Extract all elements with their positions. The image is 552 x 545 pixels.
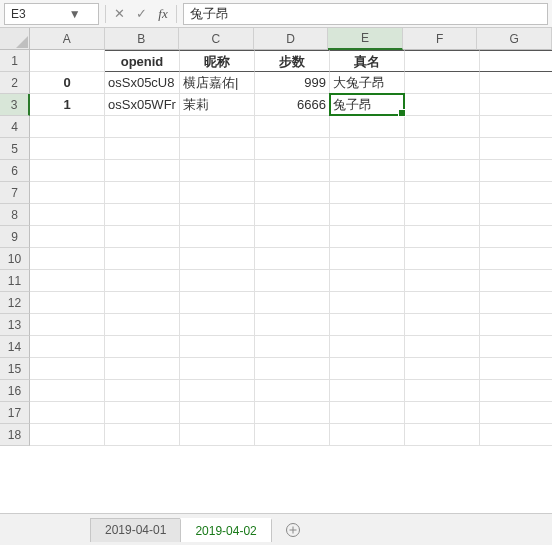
row-header[interactable]: 3 <box>0 94 30 116</box>
cell[interactable] <box>405 138 480 160</box>
cell[interactable]: 昵称 <box>180 50 255 72</box>
cell[interactable] <box>255 336 330 358</box>
cell[interactable] <box>30 270 105 292</box>
cell[interactable] <box>105 160 180 182</box>
col-header-F[interactable]: F <box>403 28 478 50</box>
cell[interactable] <box>330 138 405 160</box>
col-header-D[interactable]: D <box>254 28 329 50</box>
cell[interactable] <box>105 336 180 358</box>
row-header[interactable]: 13 <box>0 314 30 336</box>
cell[interactable]: openid <box>105 50 180 72</box>
cell[interactable]: 大兔子昂 <box>330 72 405 94</box>
row-header[interactable]: 6 <box>0 160 30 182</box>
cell[interactable] <box>405 50 480 72</box>
col-header-B[interactable]: B <box>105 28 180 50</box>
cell[interactable] <box>255 314 330 336</box>
cell[interactable] <box>255 248 330 270</box>
cell[interactable] <box>180 116 255 138</box>
cell[interactable]: 步数 <box>255 50 330 72</box>
cell[interactable] <box>30 50 105 72</box>
cell[interactable] <box>105 138 180 160</box>
cell[interactable] <box>180 424 255 446</box>
name-box[interactable]: E3 ▼ <box>4 3 99 25</box>
cell[interactable] <box>30 138 105 160</box>
cell[interactable]: 横店嘉佑| <box>180 72 255 94</box>
cell[interactable] <box>330 116 405 138</box>
cell[interactable] <box>480 424 552 446</box>
cell[interactable] <box>330 424 405 446</box>
cell[interactable] <box>105 226 180 248</box>
cell[interactable] <box>30 204 105 226</box>
cell[interactable] <box>255 270 330 292</box>
cell[interactable] <box>180 292 255 314</box>
cell[interactable] <box>30 182 105 204</box>
name-box-dropdown-icon[interactable]: ▼ <box>52 7 99 21</box>
cell[interactable] <box>255 116 330 138</box>
cell[interactable] <box>180 270 255 292</box>
cell[interactable] <box>405 94 480 116</box>
cell[interactable]: 999 <box>255 72 330 94</box>
cell[interactable] <box>180 138 255 160</box>
cell[interactable] <box>480 94 552 116</box>
row-header[interactable]: 2 <box>0 72 30 94</box>
row-header[interactable]: 9 <box>0 226 30 248</box>
cell[interactable] <box>405 314 480 336</box>
add-sheet-button[interactable] <box>279 518 307 542</box>
cell[interactable] <box>480 380 552 402</box>
cell[interactable] <box>30 160 105 182</box>
cell[interactable]: 6666 <box>255 94 330 116</box>
cell[interactable] <box>405 116 480 138</box>
cell[interactable] <box>255 182 330 204</box>
cell[interactable] <box>180 336 255 358</box>
cell[interactable] <box>105 116 180 138</box>
cell[interactable] <box>405 424 480 446</box>
cell[interactable] <box>480 226 552 248</box>
cell[interactable] <box>480 116 552 138</box>
cell[interactable] <box>255 138 330 160</box>
cell[interactable] <box>480 314 552 336</box>
cell[interactable] <box>480 270 552 292</box>
row-header[interactable]: 4 <box>0 116 30 138</box>
cell[interactable] <box>330 204 405 226</box>
cell[interactable] <box>480 336 552 358</box>
cell[interactable]: 真名 <box>330 50 405 72</box>
row-header[interactable]: 15 <box>0 358 30 380</box>
row-header[interactable]: 1 <box>0 50 30 72</box>
row-header[interactable]: 11 <box>0 270 30 292</box>
cell[interactable] <box>330 182 405 204</box>
cell[interactable]: osSx05WFr <box>105 94 180 116</box>
cell[interactable] <box>330 292 405 314</box>
col-header-A[interactable]: A <box>30 28 105 50</box>
cell[interactable] <box>105 270 180 292</box>
cancel-icon[interactable]: ✕ <box>108 3 130 25</box>
cell[interactable] <box>180 248 255 270</box>
cell[interactable] <box>105 292 180 314</box>
cell[interactable] <box>480 248 552 270</box>
cell[interactable] <box>405 336 480 358</box>
cell[interactable] <box>405 160 480 182</box>
cell[interactable] <box>330 336 405 358</box>
row-header[interactable]: 7 <box>0 182 30 204</box>
formula-input[interactable]: 兔子昂 <box>183 3 548 25</box>
row-header[interactable]: 18 <box>0 424 30 446</box>
cell[interactable] <box>105 424 180 446</box>
cell[interactable] <box>255 204 330 226</box>
cell[interactable] <box>180 226 255 248</box>
cell[interactable] <box>255 292 330 314</box>
cell[interactable] <box>405 402 480 424</box>
cell[interactable] <box>30 358 105 380</box>
cell[interactable] <box>180 380 255 402</box>
cell[interactable] <box>30 380 105 402</box>
cell[interactable] <box>255 402 330 424</box>
cell[interactable] <box>255 160 330 182</box>
cell[interactable] <box>30 402 105 424</box>
cell[interactable] <box>180 182 255 204</box>
cell[interactable] <box>330 226 405 248</box>
cell[interactable] <box>480 292 552 314</box>
col-header-C[interactable]: C <box>179 28 254 50</box>
cell[interactable] <box>480 160 552 182</box>
cell[interactable] <box>480 182 552 204</box>
cell[interactable] <box>180 402 255 424</box>
cell[interactable] <box>105 314 180 336</box>
cell[interactable] <box>255 380 330 402</box>
